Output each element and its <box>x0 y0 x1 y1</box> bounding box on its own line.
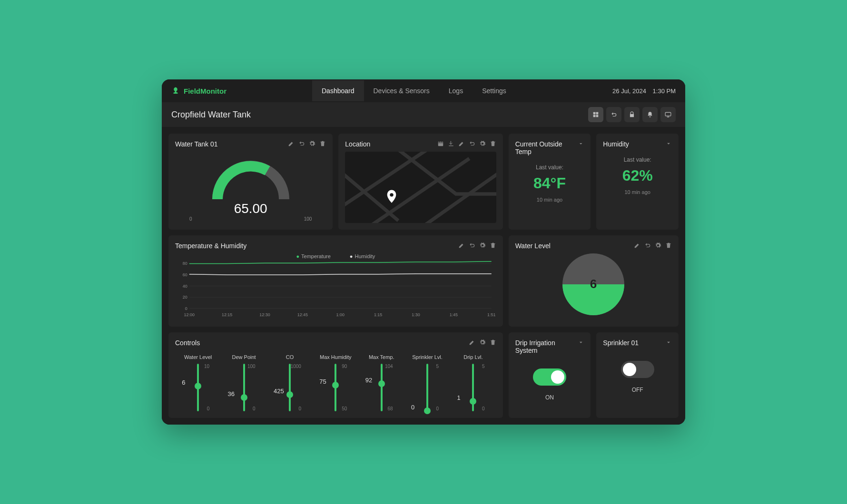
svg-text:1:15: 1:15 <box>374 312 382 317</box>
grid-view-button[interactable] <box>588 107 603 122</box>
chevron-down-icon[interactable] <box>665 339 672 346</box>
card-temp-hum-chart: Temperature & Humidity Temperature Humid… <box>168 235 503 327</box>
water-level-value: 6 <box>590 277 597 291</box>
slider-label: Drip Lvl. <box>456 354 490 361</box>
kpi-last-label: Last value: <box>603 156 672 163</box>
undo-icon[interactable] <box>469 140 475 147</box>
monitor-icon <box>665 111 671 118</box>
slider[interactable]: 5 0 0 <box>410 364 444 411</box>
card-title: Location <box>345 140 370 148</box>
app-name: FieldMonitor <box>184 87 227 95</box>
slider-max: 10 <box>204 364 209 369</box>
lock-button[interactable] <box>624 107 640 122</box>
chevron-down-icon[interactable] <box>578 339 584 346</box>
bell-icon <box>647 111 653 118</box>
svg-rect-3 <box>596 115 599 117</box>
calendar-icon[interactable] <box>437 140 444 147</box>
svg-rect-5 <box>438 142 443 146</box>
time-label: 1:30 PM <box>653 87 676 95</box>
datetime: 26 Jul, 2024 1:30 PM <box>608 87 676 95</box>
card-title: Current Outside Temp <box>515 140 578 155</box>
slider[interactable]: 104 92 68 <box>364 364 399 411</box>
slider-label: Max Humidity <box>318 354 353 361</box>
slider[interactable]: 5 1 0 <box>456 364 490 411</box>
undo-icon[interactable] <box>644 242 651 249</box>
gear-icon[interactable] <box>479 242 486 249</box>
undo-icon[interactable] <box>469 242 475 249</box>
kpi-time: 10 min ago <box>603 189 672 195</box>
nav-logs[interactable]: Logs <box>439 80 473 101</box>
edit-icon[interactable] <box>458 140 465 147</box>
trash-icon[interactable] <box>319 140 326 147</box>
card-drip: Drip Irrigation System ON <box>509 332 591 418</box>
slider[interactable]: 10 6 0 <box>181 364 215 411</box>
app-logo[interactable]: FieldMonitor <box>171 87 227 95</box>
edit-icon[interactable] <box>469 339 475 346</box>
nav-dashboard[interactable]: Dashboard <box>312 80 364 101</box>
undo-button[interactable] <box>606 107 621 122</box>
trash-icon[interactable] <box>490 140 496 147</box>
map[interactable] <box>345 152 496 223</box>
gear-icon[interactable] <box>479 339 486 346</box>
control-slider: Max Temp. 104 92 68 <box>364 354 399 411</box>
slider-thumb[interactable] <box>195 383 201 389</box>
edit-icon[interactable] <box>288 140 295 147</box>
edit-icon[interactable] <box>634 242 640 249</box>
undo-icon[interactable] <box>298 140 305 147</box>
sprinkler-toggle[interactable] <box>621 361 654 378</box>
trash-icon[interactable] <box>665 242 672 249</box>
app-window: FieldMonitor Dashboard Devices & Sensors… <box>162 79 685 425</box>
gauge-min: 0 <box>189 216 192 222</box>
chevron-down-icon[interactable] <box>665 140 672 147</box>
page-title: Cropfield Water Tank <box>171 110 251 120</box>
kpi-last-label: Last value: <box>515 164 584 171</box>
header-actions <box>588 107 676 122</box>
slider-thumb[interactable] <box>332 382 339 388</box>
slider-thumb[interactable] <box>424 407 431 414</box>
download-icon[interactable] <box>448 140 454 147</box>
gauge-max: 100 <box>304 216 312 222</box>
svg-point-7 <box>390 193 394 196</box>
drip-toggle[interactable] <box>533 368 566 386</box>
edit-icon[interactable] <box>458 242 465 249</box>
notifications-button[interactable] <box>642 107 658 122</box>
card-title: Drip Irrigation System <box>515 339 578 354</box>
lock-icon <box>629 111 635 118</box>
slider[interactable]: 90 75 50 <box>318 364 353 411</box>
svg-text:12:00: 12:00 <box>184 312 195 317</box>
gear-icon[interactable] <box>655 242 661 249</box>
trash-icon[interactable] <box>490 339 496 346</box>
card-location: Location <box>338 134 502 230</box>
main-nav: Dashboard Devices & Sensors Logs Setting… <box>312 80 516 101</box>
svg-text:12:15: 12:15 <box>222 312 232 317</box>
control-slider: Drip Lvl. 5 1 0 <box>456 354 490 411</box>
slider-thumb[interactable] <box>241 394 247 401</box>
trash-icon[interactable] <box>490 242 496 249</box>
slider-value: 1 <box>457 394 460 401</box>
svg-rect-4 <box>665 112 671 116</box>
slider-label: CO <box>273 354 307 361</box>
legend-temperature: Temperature <box>296 253 330 259</box>
slider[interactable]: 1000 425 0 <box>273 364 307 411</box>
gear-icon[interactable] <box>479 140 486 147</box>
slider-thumb[interactable] <box>470 398 476 405</box>
grid-icon <box>592 111 599 118</box>
card-water-tank: Water Tank 01 65.00 0 100 <box>168 134 333 230</box>
slider-max: 1000 <box>291 364 301 369</box>
card-title: Water Level <box>515 242 551 250</box>
card-sprinkler: Sprinkler 01 OFF <box>596 332 679 418</box>
nav-devices[interactable]: Devices & Sensors <box>364 80 439 101</box>
slider-min: 0 <box>207 406 210 411</box>
kpi-value: 84°F <box>515 174 584 192</box>
fullscreen-button[interactable] <box>660 107 676 122</box>
slider-thumb[interactable] <box>286 391 293 398</box>
controls-row: Water Level 10 6 0 Dew Point 100 36 0 CO… <box>175 350 496 411</box>
gear-icon[interactable] <box>309 140 315 147</box>
slider[interactable]: 100 36 0 <box>227 364 261 411</box>
slider-thumb[interactable] <box>378 380 385 387</box>
nav-settings[interactable]: Settings <box>473 80 516 101</box>
svg-text:1:00: 1:00 <box>336 312 345 317</box>
slider-max: 5 <box>482 364 485 369</box>
svg-rect-2 <box>593 115 596 117</box>
chevron-down-icon[interactable] <box>578 140 584 147</box>
